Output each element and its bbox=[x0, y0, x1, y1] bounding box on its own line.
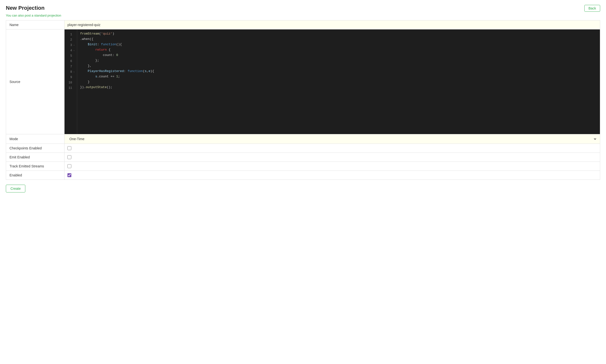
code-line-3: $init: function(){ bbox=[80, 43, 597, 48]
ln-5: 5 bbox=[65, 53, 77, 59]
enabled-checkbox[interactable] bbox=[67, 173, 71, 177]
emit-value[interactable] bbox=[65, 153, 600, 162]
ln-2: 2 bbox=[65, 37, 77, 43]
checkpoints-label: Checkpoints Enabled bbox=[6, 144, 65, 153]
editor-wrapper: 1 2 3• 4• 5 6 7 8• 9 10 11 fromStream('q… bbox=[65, 29, 600, 134]
track-value[interactable] bbox=[65, 162, 600, 170]
name-label: Name bbox=[6, 20, 65, 29]
code-line-1: fromStream('quiz') bbox=[80, 32, 597, 37]
checkpoints-value[interactable] bbox=[65, 144, 600, 153]
emit-checkbox[interactable] bbox=[67, 155, 71, 159]
mode-label: Mode bbox=[6, 134, 65, 143]
ln-4: 4• bbox=[65, 48, 77, 53]
standard-projection-link[interactable]: You can also post a standard projection bbox=[6, 14, 600, 17]
line-numbers: 1 2 3• 4• 5 6 7 8• 9 10 11 bbox=[65, 29, 77, 134]
enabled-row: Enabled bbox=[6, 171, 600, 180]
back-button[interactable]: Back bbox=[584, 5, 600, 12]
ln-3: 3• bbox=[65, 43, 77, 48]
emit-row: Emit Enabled bbox=[6, 153, 600, 162]
ln-8: 8• bbox=[65, 69, 77, 75]
source-label: Source bbox=[6, 29, 65, 134]
name-value: player-registered-quiz bbox=[65, 20, 600, 29]
checkpoints-checkbox[interactable] bbox=[67, 146, 71, 150]
code-line-4: return { bbox=[80, 48, 597, 53]
source-row: Source 1 2 3• 4• 5 6 7 8• 9 10 11 bbox=[6, 29, 600, 134]
track-checkbox[interactable] bbox=[67, 164, 71, 168]
ln-10: 10 bbox=[65, 80, 77, 85]
ln-7: 7 bbox=[65, 64, 77, 69]
code-editor[interactable]: 1 2 3• 4• 5 6 7 8• 9 10 11 fromStream('q… bbox=[65, 29, 600, 134]
track-row: Track Emitted Streams bbox=[6, 162, 600, 171]
enabled-label: Enabled bbox=[6, 171, 65, 180]
ln-11: 11 bbox=[65, 85, 77, 91]
mode-value[interactable]: One-Time Continuous Transient bbox=[65, 134, 600, 143]
code-line-11: }).outputState(); bbox=[80, 85, 597, 91]
ln-1: 1 bbox=[65, 32, 77, 37]
name-row: Name player-registered-quiz bbox=[6, 20, 600, 29]
create-button[interactable]: Create bbox=[6, 185, 25, 193]
ln-9: 9 bbox=[65, 75, 77, 80]
enabled-value[interactable] bbox=[65, 171, 600, 180]
code-line-5: count: 0 bbox=[80, 53, 597, 59]
code-line-6: }; bbox=[80, 59, 597, 64]
ln-6: 6 bbox=[65, 59, 77, 64]
mode-row: Mode One-Time Continuous Transient bbox=[6, 134, 600, 144]
checkpoints-row: Checkpoints Enabled bbox=[6, 144, 600, 153]
code-line-8: PlayerHasRegistered: function(s,e){ bbox=[80, 69, 597, 75]
form-table: Name player-registered-quiz Source 1 2 3… bbox=[6, 20, 600, 180]
page-header: New Projection Back bbox=[6, 5, 600, 12]
code-line-7: }, bbox=[80, 64, 597, 69]
code-line-2: .when({ bbox=[80, 37, 597, 43]
emit-label: Emit Enabled bbox=[6, 153, 65, 162]
track-label: Track Emitted Streams bbox=[6, 162, 65, 170]
code-line-10: } bbox=[80, 80, 597, 85]
page-title: New Projection bbox=[6, 5, 45, 11]
code-content[interactable]: fromStream('quiz') .when({ $init: functi… bbox=[77, 29, 600, 134]
mode-select[interactable]: One-Time Continuous Transient bbox=[67, 136, 597, 142]
code-line-9: s.count += 1; bbox=[80, 75, 597, 80]
